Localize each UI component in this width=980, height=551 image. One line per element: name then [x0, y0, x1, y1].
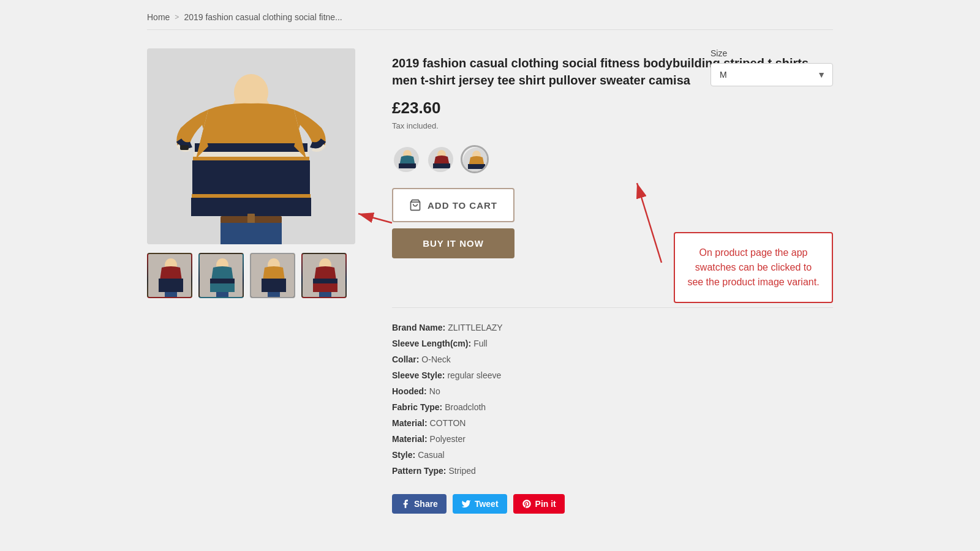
svg-rect-23 [210, 283, 235, 292]
facebook-icon [401, 499, 410, 509]
svg-rect-17 [159, 283, 183, 292]
color-swatches [392, 145, 833, 173]
svg-rect-11 [221, 223, 251, 244]
share-twitter-button[interactable]: Tweet [453, 494, 507, 514]
thumbnail-3[interactable] [250, 253, 295, 298]
svg-rect-28 [262, 279, 286, 283]
svg-rect-31 [274, 292, 280, 298]
breadcrumb-separator: > [175, 13, 179, 21]
size-section: Size XS S M L XL XXL ▼ [710, 48, 833, 86]
svg-rect-36 [319, 292, 325, 298]
svg-rect-25 [222, 292, 228, 298]
svg-rect-5 [193, 157, 309, 160]
main-product-image[interactable] [147, 48, 355, 244]
size-select[interactable]: XS S M L XL XXL [710, 63, 833, 86]
cart-icon [409, 199, 421, 211]
spec-pattern: Pattern Type: Striped [392, 466, 833, 476]
spec-sleeve-length: Sleeve Length(cm): Full [392, 339, 833, 348]
swatch-teal[interactable] [392, 145, 420, 173]
svg-rect-8 [191, 198, 311, 216]
thumbnail-list [147, 253, 355, 298]
tax-info: Tax included. [392, 121, 833, 130]
svg-rect-43 [433, 163, 450, 168]
svg-rect-3 [195, 143, 307, 152]
spec-brand: Brand Name: ZLITTLELAZY [392, 323, 833, 332]
spec-material-cotton: Material: COTTON [392, 418, 833, 428]
share-buttons: Share Tweet Pin it [392, 494, 833, 514]
spec-hooded: Hooded: No [392, 386, 833, 396]
product-divider [392, 307, 833, 308]
svg-rect-37 [325, 292, 331, 298]
spec-fabric: Fabric Type: Broadcloth [392, 402, 833, 412]
svg-rect-40 [399, 163, 416, 168]
svg-rect-29 [262, 283, 286, 292]
add-to-cart-button[interactable]: ADD TO CART [392, 188, 514, 222]
specs-table: Brand Name: ZLITTLELAZY Sleeve Length(cm… [392, 323, 833, 476]
svg-rect-18 [165, 292, 171, 298]
svg-rect-24 [216, 292, 222, 298]
product-info: 2019 fashion casual clothing social fitn… [392, 48, 833, 514]
svg-rect-7 [192, 194, 311, 198]
svg-rect-19 [171, 292, 177, 298]
buy-now-button[interactable]: BUY IT NOW [392, 228, 514, 258]
svg-rect-13 [180, 145, 189, 150]
swatch-red[interactable] [426, 145, 454, 173]
svg-rect-35 [313, 283, 337, 292]
pinterest-icon [522, 499, 532, 509]
spec-collar: Collar: O-Neck [392, 354, 833, 364]
swatch-yellow[interactable] [461, 145, 489, 173]
svg-rect-46 [468, 164, 485, 169]
annotation-box: On product page the app swatches can be … [674, 232, 833, 303]
thumbnail-1[interactable] [147, 253, 192, 298]
svg-rect-16 [159, 279, 183, 283]
thumbnail-4[interactable] [301, 253, 347, 298]
share-pinterest-button[interactable]: Pin it [513, 494, 565, 514]
size-label: Size [710, 48, 727, 58]
product-price: £23.60 [392, 99, 833, 118]
spec-style: Style: Casual [392, 450, 833, 460]
svg-rect-12 [251, 223, 282, 244]
share-facebook-button[interactable]: Share [392, 494, 447, 514]
breadcrumb-home[interactable]: Home [147, 12, 170, 22]
svg-rect-34 [313, 279, 337, 283]
thumbnail-2[interactable] [198, 253, 244, 298]
product-images [147, 48, 355, 514]
breadcrumb-current: 2019 fashion casual clothing social fitn… [184, 12, 342, 22]
twitter-icon [461, 499, 471, 509]
size-select-wrapper: XS S M L XL XXL ▼ [710, 63, 833, 86]
svg-rect-6 [192, 160, 310, 194]
svg-rect-30 [268, 292, 274, 298]
spec-sleeve-style: Sleeve Style: regular sleeve [392, 370, 833, 380]
spec-material-poly: Material: Polyester [392, 434, 833, 444]
breadcrumb: Home > 2019 fashion casual clothing soci… [147, 12, 833, 30]
svg-rect-22 [210, 279, 235, 283]
svg-rect-4 [194, 152, 309, 157]
